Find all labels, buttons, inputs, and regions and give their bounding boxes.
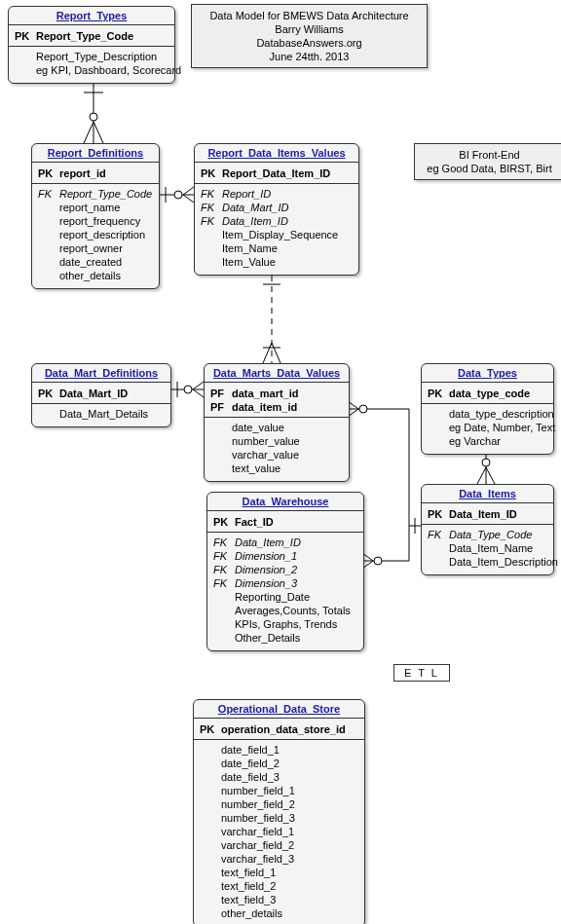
svg-point-9 [174, 191, 182, 199]
entity-operational-data-store: Operational_Data_Store PKoperation_data_… [193, 699, 365, 924]
svg-line-2 [84, 122, 94, 143]
svg-line-17 [193, 382, 204, 389]
entity-title: Operational_Data_Store [194, 700, 364, 719]
svg-point-26 [374, 557, 382, 565]
entity-title: Data_Items [422, 485, 553, 503]
svg-line-13 [272, 343, 280, 363]
header-line-1: Data Model for BMEWS Data Architecture [200, 9, 419, 22]
svg-line-29 [477, 467, 486, 484]
entity-title: Data_Warehouse [207, 493, 363, 511]
header-line-3: DatabaseAnswers.org [200, 36, 419, 50]
entity-data-marts-data-values: Data_Marts_Data_Values PFdata_mart_id PF… [204, 363, 350, 482]
header-line-4: June 24tth. 2013 [200, 50, 419, 63]
side-note-line-1: BI Front-End [423, 148, 556, 162]
header-note: Data Model for BMEWS Data Architecture B… [191, 4, 428, 68]
entity-report-definitions: Report_Definitions PKreport_id FKReport_… [31, 143, 160, 289]
svg-line-30 [486, 467, 495, 484]
entity-title: Report_Types [9, 7, 174, 25]
entity-title: Data_Types [422, 364, 553, 383]
entity-report-types: Report_Types PKReport_Type_Code Report_T… [8, 6, 175, 84]
entity-data-items: Data_Items PKData_Item_ID FKData_Type_Co… [421, 484, 554, 575]
entity-title: Report_Definitions [32, 144, 159, 163]
svg-point-19 [184, 386, 192, 393]
entity-title: Data_Mart_Definitions [32, 364, 170, 383]
entity-title: Report_Data_Items_Values [195, 144, 358, 163]
erd-canvas: Data Model for BMEWS Data Architecture B… [0, 0, 561, 924]
entity-data-types: Data_Types PKdata_type_code data_type_de… [421, 363, 554, 455]
svg-line-3 [94, 122, 103, 143]
svg-line-8 [183, 195, 194, 203]
svg-line-12 [263, 343, 272, 363]
entity-data-warehouse: Data_Warehouse PKFact_ID FKData_Item_ID … [206, 492, 364, 651]
entity-data-mart-definitions: Data_Mart_Definitions PKData_Mart_ID Dat… [31, 363, 171, 427]
svg-point-31 [482, 459, 490, 466]
entity-report-data-items-values: Report_Data_Items_Values PKReport_Data_I… [194, 143, 359, 276]
entity-title: Data_Marts_Data_Values [205, 364, 349, 383]
side-note-line-2: eg Good Data, BIRST, Birt [423, 162, 556, 175]
svg-line-7 [183, 187, 194, 195]
side-note: BI Front-End eg Good Data, BIRST, Birt [414, 143, 561, 180]
svg-point-22 [359, 405, 367, 413]
etl-label: E T L [393, 664, 450, 682]
svg-line-18 [193, 389, 204, 397]
svg-point-4 [90, 113, 97, 121]
header-line-2: Barry Williams [200, 22, 419, 36]
